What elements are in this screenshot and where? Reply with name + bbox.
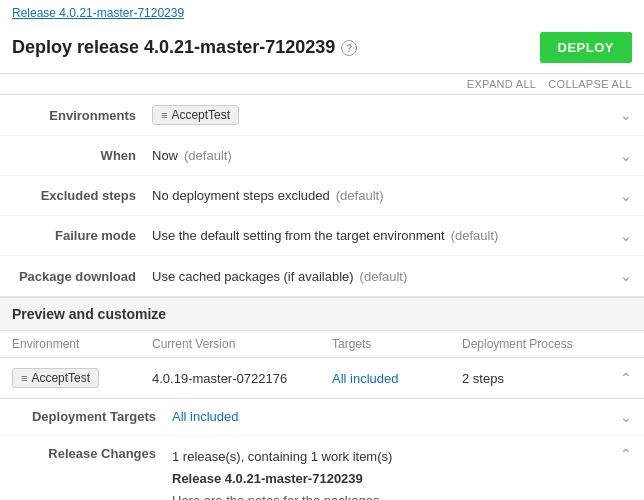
preview-header: Preview and customize	[0, 297, 644, 331]
env-table-row: ≡ AcceptTest 4.0.19-master-0722176 All i…	[0, 358, 644, 399]
failure-mode-default: (default)	[451, 228, 499, 243]
release-changes-value: 1 release(s), containing 1 work item(s) …	[172, 446, 620, 500]
when-value: Now (default)	[152, 148, 620, 163]
failure-mode-value: Use the default setting from the target …	[152, 228, 620, 243]
when-chevron[interactable]: ⌄	[620, 148, 632, 164]
expand-all-button[interactable]: EXPAND ALL	[467, 78, 536, 90]
release-changes-row: Release Changes 1 release(s), containing…	[0, 436, 644, 500]
release-summary: 1 release(s), containing 1 work item(s)	[172, 446, 620, 468]
environments-label: Environments	[12, 108, 152, 123]
expand-collapse-toolbar: EXPAND ALL COLLAPSE ALL	[0, 74, 644, 95]
process-cell: 2 steps	[462, 371, 620, 386]
release-title: Release 4.0.21-master-7120239	[172, 468, 620, 490]
package-download-row: Package download Use cached packages (if…	[0, 256, 644, 296]
failure-mode-label: Failure mode	[12, 228, 152, 243]
col-header-version: Current Version	[152, 337, 332, 351]
page-title: Deploy release 4.0.21-master-7120239 ?	[12, 37, 357, 58]
release-notes-text: Here are the notes for the packages	[172, 490, 620, 500]
current-version-cell: 4.0.19-master-0722176	[152, 371, 332, 386]
all-included-link[interactable]: All included	[332, 371, 399, 386]
table-header: Environment Current Version Targets Depl…	[0, 331, 644, 358]
deployment-targets-chevron[interactable]: ⌄	[620, 409, 632, 425]
when-default: (default)	[184, 148, 232, 163]
env-badge[interactable]: ≡ AcceptTest	[152, 105, 239, 125]
deployment-targets-link[interactable]: All included	[172, 409, 239, 424]
collapse-all-button[interactable]: COLLAPSE ALL	[548, 78, 632, 90]
release-changes-chevron[interactable]: ⌃	[620, 446, 632, 462]
package-download-value: Use cached packages (if available) (defa…	[152, 269, 620, 284]
deployment-targets-label: Deployment Targets	[12, 409, 172, 424]
when-label: When	[12, 148, 152, 163]
env-badge-text: AcceptTest	[171, 108, 230, 122]
deploy-button[interactable]: DEPLOY	[540, 32, 632, 63]
package-download-label: Package download	[12, 269, 152, 284]
failure-mode-row: Failure mode Use the default setting fro…	[0, 216, 644, 256]
environments-chevron[interactable]: ⌄	[620, 107, 632, 123]
package-download-chevron[interactable]: ⌄	[620, 268, 632, 284]
failure-mode-chevron[interactable]: ⌄	[620, 228, 632, 244]
release-changes-label: Release Changes	[12, 446, 172, 461]
env-col: ≡ AcceptTest	[12, 368, 152, 388]
page-header: Deploy release 4.0.21-master-7120239 ? D…	[0, 26, 644, 74]
env-row-badge-icon: ≡	[21, 372, 27, 384]
excluded-steps-label: Excluded steps	[12, 188, 152, 203]
env-row-badge[interactable]: ≡ AcceptTest	[12, 368, 99, 388]
help-icon[interactable]: ?	[341, 40, 357, 56]
env-row-badge-text: AcceptTest	[31, 371, 90, 385]
excluded-steps-chevron[interactable]: ⌄	[620, 188, 632, 204]
col-header-process: Deployment Process	[462, 337, 632, 351]
package-download-default: (default)	[360, 269, 408, 284]
targets-cell: All included	[332, 371, 462, 386]
excluded-steps-default: (default)	[336, 188, 384, 203]
breadcrumb-link[interactable]: Release 4.0.21-master-7120239	[0, 0, 644, 26]
release-block: 1 release(s), containing 1 work item(s) …	[172, 446, 620, 500]
settings-section: Environments ≡ AcceptTest ⌄ When Now (de…	[0, 95, 644, 297]
deployment-targets-value: All included	[172, 409, 620, 424]
sub-section: Deployment Targets All included ⌄ Releas…	[0, 399, 644, 500]
col-header-environment: Environment	[12, 337, 152, 351]
env-badge-icon: ≡	[161, 109, 167, 121]
when-row: When Now (default) ⌄	[0, 136, 644, 176]
environments-row: Environments ≡ AcceptTest ⌄	[0, 95, 644, 136]
excluded-steps-value: No deployment steps excluded (default)	[152, 188, 620, 203]
environments-value: ≡ AcceptTest	[152, 105, 620, 125]
excluded-steps-row: Excluded steps No deployment steps exclu…	[0, 176, 644, 216]
env-row-chevron[interactable]: ⌃	[620, 370, 632, 386]
deployment-targets-row: Deployment Targets All included ⌄	[0, 399, 644, 436]
col-header-targets: Targets	[332, 337, 462, 351]
